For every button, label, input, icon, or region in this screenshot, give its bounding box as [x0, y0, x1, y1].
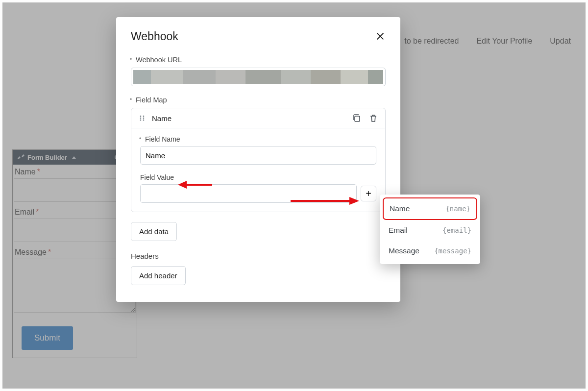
field-map-label: Field Map: [131, 96, 386, 104]
headers-label: Headers: [131, 252, 386, 260]
duplicate-icon[interactable]: [352, 113, 362, 123]
close-icon[interactable]: [375, 31, 386, 42]
svg-point-3: [143, 118, 145, 119]
plus-icon: +: [366, 188, 371, 199]
annotation-arrow-icon: [178, 179, 212, 190]
field-name-label: Field Name: [140, 135, 376, 143]
webhook-url-label: Webhook URL: [131, 56, 386, 64]
add-data-button[interactable]: Add data: [131, 222, 177, 241]
svg-rect-6: [355, 116, 360, 122]
trash-icon[interactable]: [368, 113, 378, 123]
webhook-modal: Webhook Webhook URL Field Map Name: [116, 17, 400, 302]
token-popover: Name {name} Email {email} Message {messa…: [380, 195, 480, 264]
svg-point-2: [140, 118, 142, 119]
svg-point-0: [140, 116, 142, 117]
popover-item-email[interactable]: Email {email}: [383, 220, 477, 241]
popover-item-name[interactable]: Name {name}: [383, 197, 477, 220]
svg-point-5: [143, 120, 145, 121]
add-header-button[interactable]: Add header: [131, 266, 186, 285]
webhook-url-input[interactable]: [131, 68, 386, 86]
field-name-input[interactable]: [140, 146, 376, 165]
popover-item-message[interactable]: Message {message}: [383, 241, 477, 261]
svg-marker-10: [349, 197, 359, 205]
field-map-header: Name: [131, 108, 385, 128]
svg-point-4: [140, 120, 142, 121]
add-token-button[interactable]: +: [361, 186, 376, 201]
field-value-label: Field Value: [140, 173, 376, 181]
map-item-name: Name: [152, 114, 352, 122]
svg-point-1: [143, 116, 145, 117]
annotation-arrow-icon: [291, 196, 359, 206]
drag-handle-icon[interactable]: [138, 114, 146, 122]
svg-marker-8: [178, 181, 187, 189]
redacted-url: [133, 70, 383, 84]
modal-title: Webhook: [131, 30, 178, 43]
